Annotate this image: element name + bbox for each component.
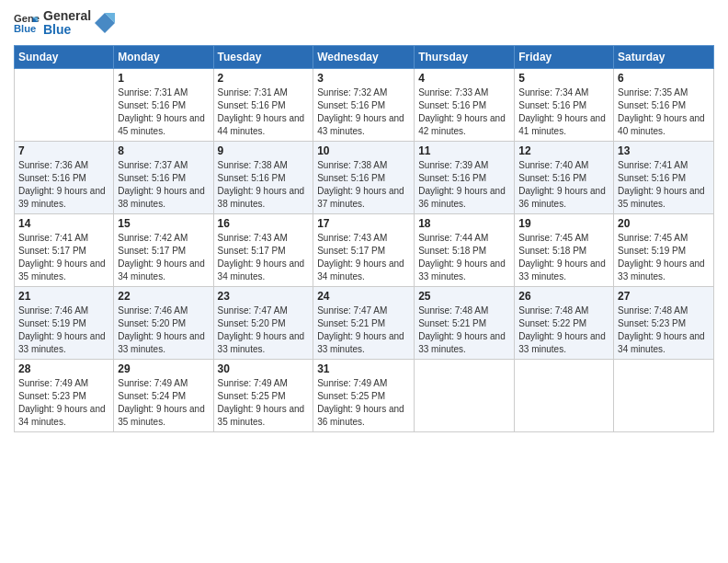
calendar-cell: 17 Sunrise: 7:43 AM Sunset: 5:17 PM Dayl…: [313, 213, 415, 286]
day-info: Sunrise: 7:31 AM Sunset: 5:16 PM Dayligh…: [218, 86, 310, 138]
calendar-cell: 26 Sunrise: 7:48 AM Sunset: 5:22 PM Dayl…: [515, 286, 614, 359]
day-info: Sunrise: 7:49 AM Sunset: 5:24 PM Dayligh…: [118, 377, 209, 429]
day-info: Sunrise: 7:48 AM Sunset: 5:22 PM Dayligh…: [518, 304, 609, 356]
day-info: Sunrise: 7:32 AM Sunset: 5:16 PM Dayligh…: [317, 86, 410, 138]
daylight: Daylight: 9 hours and 33 minutes.: [518, 331, 606, 354]
daylight: Daylight: 9 hours and 45 minutes.: [118, 113, 205, 136]
sunset: Sunset: 5:16 PM: [218, 173, 286, 183]
sunset: Sunset: 5:25 PM: [317, 391, 385, 401]
calendar-week-row: 7 Sunrise: 7:36 AM Sunset: 5:16 PM Dayli…: [15, 141, 714, 213]
sunset: Sunset: 5:17 PM: [118, 246, 186, 256]
day-number: 5: [518, 72, 609, 85]
daylight: Daylight: 9 hours and 39 minutes.: [18, 186, 106, 209]
day-of-week-header: Monday: [114, 45, 213, 68]
day-info: Sunrise: 7:48 AM Sunset: 5:21 PM Dayligh…: [418, 304, 510, 356]
logo-icon: General Blue: [14, 10, 40, 36]
day-info: Sunrise: 7:48 AM Sunset: 5:23 PM Dayligh…: [618, 304, 710, 356]
calendar-container: General Blue General Blue SundayMondayTu…: [0, 0, 728, 442]
calendar-cell: 16 Sunrise: 7:43 AM Sunset: 5:17 PM Dayl…: [213, 213, 313, 286]
sunrise: Sunrise: 7:41 AM: [618, 160, 688, 170]
calendar-cell: 29 Sunrise: 7:49 AM Sunset: 5:24 PM Dayl…: [114, 359, 213, 431]
sunrise: Sunrise: 7:36 AM: [18, 160, 88, 170]
sunset: Sunset: 5:16 PM: [118, 100, 186, 110]
day-number: 26: [518, 290, 609, 303]
calendar-cell: 6 Sunrise: 7:35 AM Sunset: 5:16 PM Dayli…: [614, 68, 714, 141]
day-number: 21: [18, 290, 109, 303]
calendar-cell: 23 Sunrise: 7:47 AM Sunset: 5:20 PM Dayl…: [213, 286, 313, 359]
calendar-cell: 21 Sunrise: 7:46 AM Sunset: 5:19 PM Dayl…: [15, 286, 114, 359]
day-info: Sunrise: 7:47 AM Sunset: 5:20 PM Dayligh…: [218, 304, 310, 356]
day-number: 22: [118, 290, 209, 303]
sunrise: Sunrise: 7:48 AM: [518, 305, 588, 316]
sunset: Sunset: 5:16 PM: [317, 173, 385, 183]
sunset: Sunset: 5:24 PM: [118, 391, 186, 401]
calendar-tbody: 1 Sunrise: 7:31 AM Sunset: 5:16 PM Dayli…: [15, 68, 714, 431]
sunset: Sunset: 5:22 PM: [518, 318, 586, 328]
day-number: 8: [118, 144, 209, 157]
sunrise: Sunrise: 7:49 AM: [118, 378, 188, 388]
day-info: Sunrise: 7:38 AM Sunset: 5:16 PM Dayligh…: [317, 159, 410, 211]
day-of-week-header: Sunday: [15, 45, 114, 68]
calendar-cell: 24 Sunrise: 7:47 AM Sunset: 5:21 PM Dayl…: [313, 286, 415, 359]
calendar-cell: 14 Sunrise: 7:41 AM Sunset: 5:17 PM Dayl…: [15, 213, 114, 286]
daylight: Daylight: 9 hours and 33 minutes.: [18, 331, 106, 354]
day-info: Sunrise: 7:43 AM Sunset: 5:17 PM Dayligh…: [317, 232, 410, 283]
day-number: 16: [218, 217, 310, 230]
sunrise: Sunrise: 7:37 AM: [118, 160, 188, 170]
sunrise: Sunrise: 7:35 AM: [618, 87, 688, 98]
calendar-header: General Blue General Blue: [14, 9, 714, 38]
daylight: Daylight: 9 hours and 44 minutes.: [218, 113, 305, 136]
day-number: 13: [618, 144, 710, 157]
calendar-week-row: 1 Sunrise: 7:31 AM Sunset: 5:16 PM Dayli…: [15, 68, 714, 141]
calendar-cell: 2 Sunrise: 7:31 AM Sunset: 5:16 PM Dayli…: [213, 68, 313, 141]
day-info: Sunrise: 7:45 AM Sunset: 5:18 PM Dayligh…: [518, 232, 609, 283]
calendar-cell: 10 Sunrise: 7:38 AM Sunset: 5:16 PM Dayl…: [313, 141, 415, 213]
daylight: Daylight: 9 hours and 35 minutes.: [618, 186, 705, 209]
day-number: 3: [317, 72, 410, 85]
day-info: Sunrise: 7:44 AM Sunset: 5:18 PM Dayligh…: [418, 232, 510, 283]
sunrise: Sunrise: 7:31 AM: [118, 87, 188, 98]
day-info: Sunrise: 7:38 AM Sunset: 5:16 PM Dayligh…: [218, 159, 310, 211]
day-info: Sunrise: 7:36 AM Sunset: 5:16 PM Dayligh…: [18, 159, 109, 211]
calendar-cell: 11 Sunrise: 7:39 AM Sunset: 5:16 PM Dayl…: [415, 141, 515, 213]
day-number: 11: [418, 144, 510, 157]
days-header-row: SundayMondayTuesdayWednesdayThursdayFrid…: [15, 45, 714, 68]
calendar-cell: 3 Sunrise: 7:32 AM Sunset: 5:16 PM Dayli…: [313, 68, 415, 141]
day-number: 30: [218, 362, 310, 375]
daylight: Daylight: 9 hours and 33 minutes.: [317, 331, 404, 354]
calendar-week-row: 21 Sunrise: 7:46 AM Sunset: 5:19 PM Dayl…: [15, 286, 714, 359]
sunrise: Sunrise: 7:45 AM: [518, 233, 588, 243]
sunrise: Sunrise: 7:46 AM: [18, 305, 88, 316]
day-number: 23: [218, 290, 310, 303]
sunrise: Sunrise: 7:47 AM: [317, 305, 387, 316]
day-of-week-header: Wednesday: [313, 45, 415, 68]
daylight: Daylight: 9 hours and 37 minutes.: [317, 186, 404, 209]
daylight: Daylight: 9 hours and 35 minutes.: [18, 259, 106, 282]
sunset: Sunset: 5:16 PM: [418, 100, 486, 110]
day-number: 9: [218, 144, 310, 157]
calendar-cell: [415, 359, 515, 431]
sunset: Sunset: 5:16 PM: [618, 100, 686, 110]
day-info: Sunrise: 7:33 AM Sunset: 5:16 PM Dayligh…: [418, 86, 510, 138]
sunrise: Sunrise: 7:32 AM: [317, 87, 387, 98]
sunrise: Sunrise: 7:44 AM: [418, 233, 488, 243]
day-of-week-header: Friday: [515, 45, 614, 68]
calendar-cell: 7 Sunrise: 7:36 AM Sunset: 5:16 PM Dayli…: [15, 141, 114, 213]
logo: General Blue General Blue: [14, 9, 115, 38]
calendar-cell: [614, 359, 714, 431]
day-info: Sunrise: 7:46 AM Sunset: 5:19 PM Dayligh…: [18, 304, 109, 356]
daylight: Daylight: 9 hours and 38 minutes.: [118, 186, 205, 209]
sunrise: Sunrise: 7:39 AM: [418, 160, 488, 170]
daylight: Daylight: 9 hours and 40 minutes.: [618, 113, 705, 136]
sunrise: Sunrise: 7:42 AM: [118, 233, 188, 243]
sunrise: Sunrise: 7:33 AM: [418, 87, 488, 98]
daylight: Daylight: 9 hours and 35 minutes.: [218, 404, 305, 427]
sunset: Sunset: 5:17 PM: [317, 246, 385, 256]
day-info: Sunrise: 7:42 AM Sunset: 5:17 PM Dayligh…: [118, 232, 209, 283]
day-info: Sunrise: 7:41 AM Sunset: 5:16 PM Dayligh…: [618, 159, 710, 211]
sunset: Sunset: 5:16 PM: [518, 173, 586, 183]
daylight: Daylight: 9 hours and 33 minutes.: [218, 331, 305, 354]
day-number: 17: [317, 217, 410, 230]
daylight: Daylight: 9 hours and 33 minutes.: [118, 331, 205, 354]
daylight: Daylight: 9 hours and 33 minutes.: [618, 259, 705, 282]
